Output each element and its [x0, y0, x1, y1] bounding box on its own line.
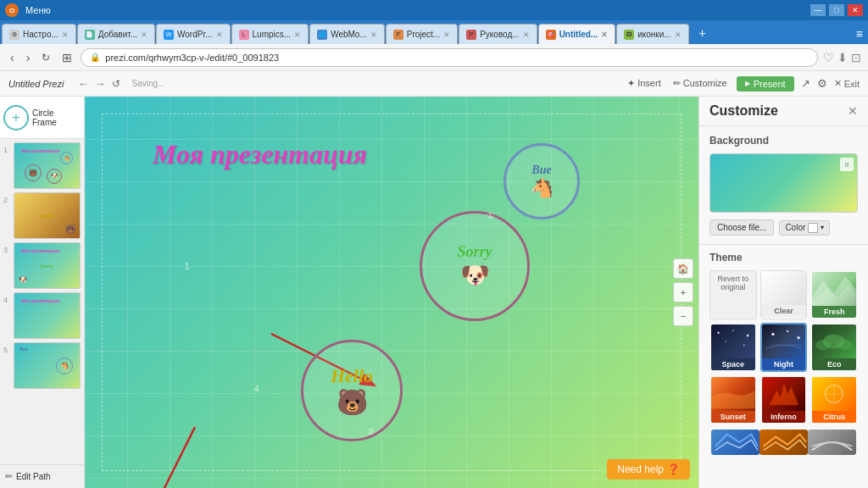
theme-clear[interactable]: Clear — [760, 270, 808, 319]
back-button[interactable]: ‹ — [7, 49, 18, 66]
tab-close-nastro[interactable]: ✕ — [62, 30, 69, 39]
present-button[interactable]: ▶ Present — [737, 76, 794, 92]
slide-num-2: 2 — [3, 196, 10, 204]
home-tool-button[interactable]: 🏠 — [673, 258, 693, 279]
grid-button[interactable]: ⊞ — [58, 49, 75, 66]
slide-thumb-5[interactable]: 🐴 Bue — [14, 342, 81, 389]
canvas-tools: 🏠 + − — [673, 258, 693, 326]
theme-eco[interactable]: Eco — [810, 323, 858, 372]
theme-title: Theme — [709, 252, 858, 263]
background-preview[interactable]: II — [709, 153, 858, 213]
tab-icon-webmo: 🌐 — [317, 30, 327, 40]
theme-clear-label: Clear — [761, 305, 807, 317]
slide-item-2[interactable]: 2 Hello 🐻 — [3, 192, 81, 239]
tab-close-iconki[interactable]: ✕ — [675, 30, 682, 39]
refresh-button[interactable]: ↻ — [38, 50, 53, 65]
tab-label-nastro: Настро... — [23, 30, 58, 39]
theme-night[interactable]: Night — [760, 323, 808, 372]
tab-close-lumpics[interactable]: ✕ — [294, 30, 301, 39]
app-back-button[interactable]: ← — [75, 76, 91, 92]
tab-close-webmo[interactable]: ✕ — [370, 30, 377, 39]
slide-thumb-4[interactable]: Моя презентация — [14, 292, 81, 339]
tab-close-dobavit[interactable]: ✕ — [141, 30, 147, 39]
help-text: Need help — [617, 463, 664, 475]
tab-dobavit[interactable]: 📄 Добавит... ✕ — [77, 24, 155, 44]
bookmark-button[interactable]: ♡ — [823, 51, 834, 64]
edit-path-button[interactable]: Edit Path — [16, 472, 51, 481]
slide-thumb-2[interactable]: Hello 🐻 — [14, 192, 81, 239]
slide-item-5[interactable]: 5 🐴 Bue — [3, 342, 81, 389]
svg-point-9 — [771, 333, 774, 336]
slide-thumb-1[interactable]: Моя презентация 🐻 🐶 🐴 — [14, 142, 81, 189]
circle-vue[interactable]: Bue 🐴 — [504, 143, 580, 219]
forward-button[interactable]: › — [23, 49, 34, 66]
tab-rukovod[interactable]: Р Руковод... ✕ — [459, 24, 537, 44]
slide-thumb-content-1: Моя презентация 🐻 🐶 🐴 — [14, 143, 80, 188]
tab-iconki[interactable]: 🖼 иконки... ✕ — [616, 24, 688, 44]
app-refresh-button[interactable]: ↺ — [109, 76, 123, 92]
edit-icon: ✏ — [5, 471, 13, 482]
tab-wordpress[interactable]: W WordPr... ✕ — [156, 24, 231, 44]
slide-num-1: 1 — [3, 146, 10, 154]
tab-untitled[interactable]: 🎯 Untitled... ✕ — [538, 24, 616, 44]
canvas-area[interactable]: Моя презентация Hello 🐻 Sorry 🐶 Bue 🐴 1 … — [85, 97, 698, 488]
theme-sunset[interactable]: Sunset — [709, 375, 757, 424]
customize-button[interactable]: ✏ Customize — [670, 76, 730, 91]
tab-lumpics[interactable]: L Lumpics... ✕ — [231, 24, 309, 44]
theme-fresh-label: Fresh — [812, 306, 856, 318]
download-button[interactable]: ⬇ — [837, 51, 848, 64]
tab-label-wordpress: WordPr... — [177, 30, 213, 39]
theme-inferno[interactable]: Inferno — [760, 375, 808, 424]
tab-close-rukovod[interactable]: ✕ — [523, 30, 530, 39]
tab-project[interactable]: P Project... ✕ — [386, 24, 458, 44]
customize-title: Customize — [709, 103, 778, 119]
theme-clear-thumb — [761, 271, 807, 305]
tab-close-untitled[interactable]: ✕ — [601, 30, 608, 39]
coord-2: ② — [367, 427, 375, 436]
panel-close-button[interactable]: ✕ — [848, 104, 858, 118]
new-tab-button[interactable]: + — [693, 24, 712, 42]
tabs-menu-button[interactable]: ≡ — [853, 27, 866, 41]
address-bar[interactable]: 🔒 prezi.com/qrhwym3cp-v-/edit/#0_0091823 — [81, 48, 818, 67]
circle-sorry[interactable]: Sorry 🐶 — [420, 211, 530, 321]
theme-extra-2[interactable] — [760, 430, 808, 455]
slide-item-3[interactable]: 3 Моя презентация Sorry 🐶 — [3, 242, 81, 289]
choose-file-button[interactable]: Choose file... — [709, 219, 774, 236]
circle-hello[interactable]: Hello 🐻 — [301, 340, 403, 441]
tab-webmo[interactable]: 🌐 WebMo... ✕ — [309, 24, 385, 44]
theme-extra-3[interactable] — [808, 430, 856, 455]
slide-item-4[interactable]: 4 Моя презентация — [3, 292, 81, 339]
theme-citrus-thumb — [812, 377, 856, 411]
close-window-button[interactable]: ✕ — [848, 4, 863, 16]
settings-button[interactable]: ⚙ — [817, 77, 827, 90]
tab-close-project[interactable]: ✕ — [443, 30, 450, 39]
theme-citrus[interactable]: Citrus — [810, 375, 858, 424]
theme-fresh[interactable]: Fresh — [810, 270, 858, 319]
customize-panel: Customize ✕ Background II Choose file...… — [698, 97, 868, 488]
circle-frame-icon[interactable]: + — [3, 105, 29, 130]
revert-button[interactable]: Revert to original — [709, 270, 757, 319]
minimize-button[interactable]: — — [810, 4, 826, 16]
title-bar-text: Меню — [25, 5, 51, 15]
maximize-button[interactable]: □ — [829, 4, 844, 16]
tab-nastro[interactable]: ⚙ Настро... ✕ — [2, 24, 76, 44]
theme-space[interactable]: Space — [709, 323, 757, 372]
help-button[interactable]: Need help ❓ — [607, 459, 690, 480]
insert-button[interactable]: ✦ Insert — [625, 76, 664, 91]
zoom-button[interactable]: ⊡ — [851, 51, 861, 64]
slide-item-1[interactable]: 1 Моя презентация 🐻 🐶 🐴 — [3, 142, 81, 189]
frame-selector[interactable]: + Circle Frame — [0, 97, 84, 139]
theme-extra-1[interactable] — [711, 430, 760, 455]
zoom-out-button[interactable]: − — [673, 306, 693, 326]
zoom-in-button[interactable]: + — [673, 282, 693, 302]
edit-path-bar[interactable]: ✏ Edit Path — [0, 464, 84, 488]
canvas-title[interactable]: Моя презентация — [153, 139, 367, 170]
background-title: Background — [709, 135, 858, 147]
circle-sorry-label: Sorry — [457, 243, 492, 261]
slide-thumb-3[interactable]: Моя презентация Sorry 🐶 — [14, 242, 81, 289]
color-button[interactable]: Color ▾ — [779, 220, 830, 236]
share-button[interactable]: ↗ — [801, 77, 810, 90]
exit-button[interactable]: ✕ Exit — [834, 78, 860, 89]
tab-close-wordpress[interactable]: ✕ — [216, 30, 223, 39]
app-forward-button[interactable]: → — [92, 76, 108, 92]
